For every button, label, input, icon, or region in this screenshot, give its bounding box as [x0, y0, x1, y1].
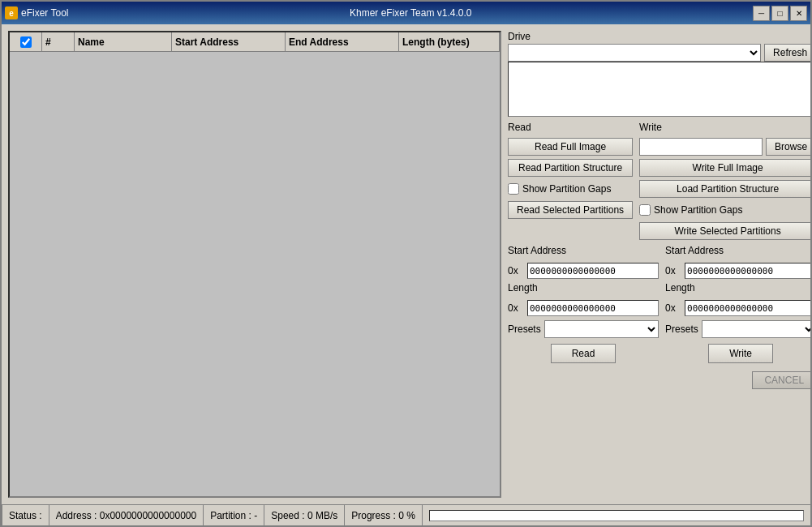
show-partition-gaps-checkbox-write[interactable]	[639, 204, 651, 216]
progress-bar	[429, 510, 804, 521]
write-start-prefix: 0x	[665, 265, 681, 276]
table-header: # Name Start Address End Address Length …	[10, 32, 500, 52]
progress-text: Progress : 0 %	[345, 505, 423, 525]
write-path-input[interactable]	[639, 138, 763, 156]
partition-text: Partition : -	[204, 505, 264, 525]
drive-section: Drive Refresh	[508, 31, 810, 117]
read-full-image-button[interactable]: Read Full Image	[508, 138, 633, 156]
header-start: Start Address	[172, 32, 286, 51]
write-start-address-row: 0x	[665, 263, 810, 279]
read-selected-partitions-button[interactable]: Read Selected Partitions	[508, 201, 633, 219]
status-bar: Status : Address : 0x0000000000000000 Pa…	[2, 504, 810, 525]
progress-bar-container	[423, 505, 810, 525]
write-length-row: 0x	[665, 300, 810, 316]
header-name: Name	[75, 32, 172, 51]
read-presets-select[interactable]	[544, 320, 659, 338]
status-text: Status :	[2, 505, 49, 525]
app-icon: e	[5, 6, 18, 19]
read-section: Read Read Full Image Read Partition Stru…	[508, 122, 633, 240]
read-length-prefix: 0x	[508, 302, 524, 314]
maximize-button[interactable]: □	[771, 6, 788, 21]
write-full-image-button[interactable]: Write Full Image	[639, 159, 810, 177]
write-action-row: Write	[665, 344, 810, 363]
drive-info-box	[508, 62, 810, 117]
write-presets-label: Presets	[665, 323, 698, 335]
browse-button[interactable]: Browse	[766, 138, 810, 156]
title-bar: e eFixer Tool Khmer eFixer Team v1.4.0.0…	[2, 2, 810, 24]
read-start-address-input[interactable]	[527, 263, 659, 279]
load-partition-structure-button[interactable]: Load Partition Structure	[639, 180, 810, 198]
write-address-col: Start Address 0x Length 0x Presets	[665, 245, 810, 363]
cancel-row: CANCEL	[508, 368, 810, 392]
read-length-input[interactable]	[527, 300, 659, 316]
window-title: eFixer Tool	[21, 7, 68, 19]
right-panel: Drive Refresh Read Read Full Image Read …	[508, 31, 810, 498]
write-button[interactable]: Write	[708, 344, 773, 363]
read-presets-label: Presets	[508, 323, 541, 335]
title-center: Khmer eFixer Team v1.4.0.0	[68, 7, 753, 19]
show-partition-gaps-row-write: Show Partition Gaps	[639, 201, 810, 219]
write-length-input[interactable]	[685, 300, 810, 316]
show-partition-gaps-row-read: Show Partition Gaps	[508, 180, 633, 198]
header-num: #	[42, 32, 75, 51]
show-partition-gaps-label-read: Show Partition Gaps	[522, 183, 611, 195]
address-text: Address : 0x0000000000000000	[49, 505, 204, 525]
main-content: # Name Start Address End Address Length …	[2, 24, 810, 504]
title-bar-left: e eFixer Tool	[5, 6, 68, 19]
read-start-address-label: Start Address	[508, 245, 659, 256]
header-length: Length (bytes)	[399, 32, 500, 51]
write-length-prefix: 0x	[665, 302, 681, 314]
table-body	[10, 52, 500, 496]
main-window: e eFixer Tool Khmer eFixer Team v1.4.0.0…	[0, 0, 812, 527]
drive-label: Drive	[508, 31, 810, 42]
write-label: Write	[639, 122, 810, 133]
minimize-button[interactable]: ─	[753, 6, 770, 21]
read-partition-structure-button[interactable]: Read Partition Structure	[508, 159, 633, 177]
show-partition-gaps-checkbox-read[interactable]	[508, 183, 519, 195]
address-row: Start Address 0x Length 0x Presets	[508, 245, 810, 363]
read-address-col: Start Address 0x Length 0x Presets	[508, 245, 659, 363]
write-presets-select[interactable]	[702, 320, 810, 338]
select-all-checkbox[interactable]	[20, 36, 32, 48]
write-presets-row: Presets	[665, 319, 810, 339]
cancel-button[interactable]: CANCEL	[752, 371, 810, 389]
write-section: Write Browse Write Full Image Load Parti…	[639, 122, 810, 240]
read-length-label: Length	[508, 282, 659, 293]
drive-select[interactable]	[508, 44, 761, 62]
drive-select-row: Refresh	[508, 44, 810, 62]
refresh-button[interactable]: Refresh	[764, 44, 810, 62]
speed-text: Speed : 0 MB/s	[264, 505, 345, 525]
read-button[interactable]: Read	[551, 344, 616, 363]
write-start-address-input[interactable]	[685, 263, 810, 279]
read-label: Read	[508, 122, 633, 133]
write-start-address-label: Start Address	[665, 245, 810, 256]
title-buttons: ─ □ ✕	[753, 6, 807, 21]
write-top-row: Browse	[639, 138, 810, 156]
read-start-address-row: 0x	[508, 263, 659, 279]
read-action-row: Read	[508, 344, 659, 363]
header-end: End Address	[286, 32, 399, 51]
write-length-label: Length	[665, 282, 810, 293]
read-write-row: Read Read Full Image Read Partition Stru…	[508, 122, 810, 240]
partition-table: # Name Start Address End Address Length …	[8, 31, 501, 498]
write-selected-partitions-button[interactable]: Write Selected Partitions	[639, 222, 810, 240]
header-checkbox-cell	[10, 32, 42, 51]
read-presets-row: Presets	[508, 319, 659, 339]
show-partition-gaps-label-write: Show Partition Gaps	[654, 204, 742, 216]
read-length-row: 0x	[508, 300, 659, 316]
read-start-prefix: 0x	[508, 265, 524, 276]
close-button[interactable]: ✕	[790, 6, 807, 21]
